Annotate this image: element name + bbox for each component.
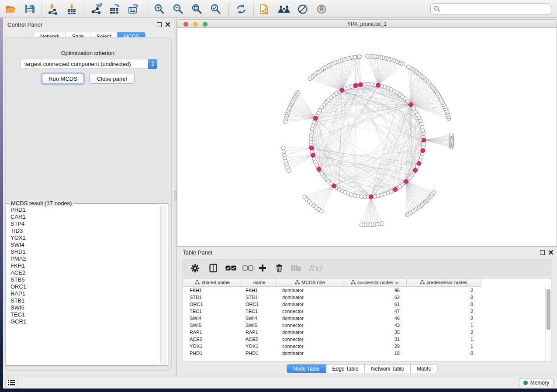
network-canvas[interactable] [177, 28, 557, 246]
mcds-result-item[interactable]: TEC1 [7, 311, 159, 318]
close-table-panel-icon[interactable] [548, 250, 554, 255]
zoom-fit-icon[interactable] [190, 2, 204, 16]
mcds-result-item[interactable]: GCR1 [7, 318, 159, 325]
table-row[interactable]: ACE2ACE2connector311 [183, 336, 545, 343]
delete-column-icon[interactable] [275, 263, 283, 273]
graph-mcds-node[interactable] [314, 116, 318, 120]
graph-leaf-node[interactable] [380, 222, 384, 226]
mcds-result-item[interactable]: STB1 [7, 297, 159, 304]
mcds-result-item[interactable]: CAR1 [7, 213, 159, 220]
zoom-in-icon[interactable] [152, 2, 167, 16]
function-builder-icon[interactable]: f(x) [309, 263, 322, 273]
graph-mcds-node[interactable] [421, 148, 425, 153]
table-row[interactable]: YOX1YOX1connector291 [183, 343, 545, 350]
table-row[interactable]: PHD1PHD1dominator180 [183, 350, 545, 357]
zoom-selected-icon[interactable] [208, 2, 223, 16]
table-row[interactable]: TEC1TEC1connector472 [183, 308, 545, 315]
tab-node-table[interactable]: Node Table [287, 364, 326, 373]
search-network-icon[interactable] [277, 2, 291, 16]
export-network-icon[interactable] [89, 2, 104, 16]
select-all-icon[interactable] [225, 263, 236, 273]
export-image-icon[interactable] [126, 2, 141, 16]
table-row[interactable]: STB1STB1dominator620 [183, 294, 545, 301]
mcds-result-item[interactable]: PHD1 [7, 206, 159, 213]
close-panel-button[interactable]: Close panel [89, 74, 135, 84]
graph-leaf-node[interactable] [281, 146, 285, 150]
graph-mcds-node[interactable] [422, 138, 426, 142]
graph-leaf-node[interactable] [308, 77, 312, 81]
graph-mcds-node[interactable] [332, 184, 336, 188]
deselect-all-icon[interactable] [242, 263, 253, 273]
mcds-result-item[interactable]: STB5 [7, 276, 159, 283]
column-header-mcds-role[interactable]: MCDS role [277, 279, 343, 287]
graph-leaf-node[interactable] [287, 169, 291, 173]
refresh-icon[interactable] [234, 2, 249, 16]
graph-mcds-node[interactable] [409, 103, 413, 107]
mcds-result-item[interactable]: TID3 [7, 227, 159, 234]
graph-leaf-node[interactable] [357, 55, 361, 59]
column-header-successor-nodes[interactable]: successor nodes [343, 279, 407, 287]
graph-node[interactable] [422, 142, 426, 146]
show-graphics-icon[interactable] [314, 2, 329, 16]
search-input[interactable] [440, 5, 551, 14]
mcds-result-item[interactable]: YOX1 [7, 234, 159, 241]
column-visibility-icon[interactable] [209, 263, 217, 273]
network-file-icon[interactable] [258, 2, 273, 16]
graph-leaf-node[interactable] [320, 210, 324, 213]
table-row[interactable]: ORC1ORC1dominator610 [183, 301, 545, 308]
graph-mcds-node[interactable] [353, 83, 358, 88]
table-row[interactable]: FKH1FKH1dominator962 [183, 287, 545, 294]
graph-mcds-node[interactable] [376, 83, 381, 88]
graph-mcds-node[interactable] [309, 146, 314, 150]
tab-network-table[interactable]: Network Table [365, 364, 411, 373]
delete-table-icon[interactable] [291, 263, 301, 273]
mcds-result-item[interactable]: ORC1 [7, 283, 159, 290]
mcds-result-item[interactable]: FKH1 [7, 262, 159, 269]
mcds-result-item[interactable]: SWI5 [7, 304, 159, 311]
table-row[interactable]: SWI5SWI5connector431 [183, 322, 545, 329]
save-session-icon[interactable] [22, 2, 37, 16]
graph-mcds-node[interactable] [311, 153, 315, 158]
mcds-result-item[interactable]: RAP1 [7, 290, 159, 297]
table-scrollbar[interactable] [545, 287, 551, 361]
tab-edge-table[interactable]: Edge Table [326, 364, 365, 373]
graph-leaf-node[interactable] [282, 150, 286, 154]
mcds-result-item[interactable]: SWI4 [7, 241, 159, 248]
graph-leaf-node[interactable] [450, 133, 453, 137]
splitter-handle-icon[interactable] [174, 191, 177, 200]
hide-graphics-icon[interactable] [295, 2, 310, 16]
float-table-panel-icon[interactable] [540, 250, 545, 255]
graph-mcds-node[interactable] [413, 168, 418, 173]
table-settings-icon[interactable] [191, 263, 199, 273]
close-panel-icon[interactable] [165, 22, 170, 27]
task-history-button[interactable] [5, 378, 17, 387]
mcds-result-item[interactable]: PMA2 [7, 255, 159, 262]
graph-leaf-node[interactable] [284, 120, 287, 124]
column-header-predecessor-nodes[interactable]: predecessor nodes [407, 279, 481, 287]
graph-mcds-node[interactable] [317, 167, 321, 172]
float-panel-icon[interactable] [157, 22, 162, 27]
graph-mcds-node[interactable] [404, 179, 408, 184]
mcds-result-item[interactable]: SRD1 [7, 248, 159, 255]
graph-mcds-node[interactable] [393, 187, 398, 192]
mcds-list-scrollbar[interactable] [160, 206, 166, 364]
graph-leaf-node[interactable] [366, 55, 370, 58]
open-file-icon[interactable] [3, 2, 18, 16]
column-header-shared-name[interactable]: shared name [183, 279, 242, 287]
table-row[interactable]: RAP1RAP1dominator352 [183, 329, 545, 336]
zoom-out-icon[interactable] [171, 2, 186, 16]
import-network-icon[interactable] [45, 2, 60, 16]
add-column-icon[interactable] [259, 263, 266, 273]
run-mcds-button[interactable]: Run MCDS [42, 74, 84, 84]
graph-leaf-node[interactable] [406, 65, 410, 69]
mcds-result-item[interactable]: STP4 [7, 220, 159, 227]
vertical-splitter[interactable] [174, 18, 177, 376]
network-titlebar[interactable]: YPA_prune.txt_1 [177, 20, 557, 28]
scrollbar-thumb[interactable] [547, 289, 550, 330]
mcds-result-item[interactable]: ACE2 [7, 269, 159, 276]
export-table-icon[interactable] [107, 2, 122, 16]
column-header-name[interactable]: name [242, 279, 277, 287]
graph-leaf-node[interactable] [432, 191, 436, 195]
graph-mcds-node[interactable] [369, 195, 373, 199]
graph-node[interactable] [353, 193, 357, 197]
